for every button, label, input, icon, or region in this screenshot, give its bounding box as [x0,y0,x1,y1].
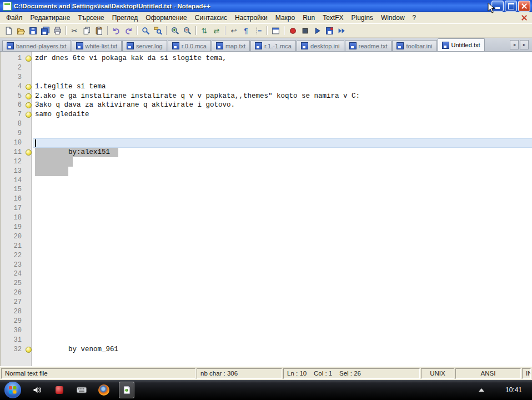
line-number[interactable]: 7 [1,110,24,119]
tab-banned-players.txt[interactable]: banned-players.txt [2,40,71,51]
tab-r.1.-1.mca[interactable]: r.1.-1.mca [250,40,296,51]
line-number[interactable]: 12 [1,157,24,167]
bookmark-margin[interactable] [24,129,33,138]
tab-readme.txt[interactable]: readme.txt [345,40,392,51]
tab-white-list.txt[interactable]: white-list.txt [72,40,122,51]
cut-icon[interactable]: ✂ [69,25,80,36]
line-text[interactable] [33,176,532,186]
line-text[interactable] [33,317,532,326]
menu-item-файл[interactable]: Файл [2,13,27,23]
line-text[interactable]: 1.teglite si tema [33,82,532,92]
run-macro-multi-icon[interactable] [336,25,347,36]
line-number[interactable]: 25 [1,279,24,288]
line-number[interactable]: 9 [1,129,24,138]
print-icon[interactable] [52,25,63,36]
bookmark-margin[interactable] [24,261,33,270]
line-number[interactable]: 29 [1,317,24,326]
line-number[interactable]: 14 [1,176,24,186]
close-document-button[interactable] [520,13,529,22]
tab-scroll-right-button[interactable]: ► [520,40,529,49]
bookmark-margin[interactable] [24,92,33,101]
line-text[interactable]: zdr dnes 6te vi pokaga kak da si slogite… [33,54,532,63]
menu-item-настройки[interactable]: Настройки [231,13,272,23]
line-text[interactable]: 3ako q dava za aktivirane q aktivirate i… [33,101,532,110]
line-text[interactable] [33,138,532,148]
bookmark-margin[interactable] [24,110,33,119]
line-number[interactable]: 15 [1,185,24,194]
red-app-taskbar-icon[interactable] [52,382,67,398]
bookmark-margin[interactable] [24,345,33,354]
menu-item-синтаксис[interactable]: Синтаксис [191,13,231,23]
line-number[interactable]: 2 [1,63,24,73]
line-text[interactable] [33,194,532,204]
bookmark-margin[interactable] [24,213,33,223]
titlebar[interactable]: C:\Documents and Settings\isai\Desktop\U… [0,0,532,12]
line-number[interactable]: 3 [1,73,24,82]
tab-Untitled.txt[interactable]: Untitled.txt [438,38,485,51]
line-text[interactable] [33,326,532,336]
line-text[interactable] [33,223,532,232]
line-text[interactable] [33,204,532,213]
bookmark-margin[interactable] [24,63,33,73]
line-number[interactable]: 1 [1,54,24,63]
line-number[interactable]: 27 [1,298,24,307]
line-number[interactable]: 21 [1,242,24,251]
bookmark-margin[interactable] [24,279,33,288]
notepadpp-taskbar-icon[interactable] [119,382,134,398]
bookmark-margin[interactable] [24,298,33,307]
bookmark-margin[interactable] [24,185,33,194]
line-text[interactable] [33,213,532,223]
bookmark-margin[interactable] [24,242,33,251]
bookmark-margin[interactable] [24,269,33,279]
line-number[interactable]: 17 [1,204,24,213]
menu-item-window[interactable]: Window [377,13,409,23]
bookmark-margin[interactable] [24,54,33,63]
bookmark-margin[interactable] [24,194,33,204]
menu-item-редактиране[interactable]: Редактиране [27,13,74,23]
undo-icon[interactable] [111,25,122,36]
line-text[interactable] [33,157,532,167]
save-macro-icon[interactable] [324,25,335,36]
line-number[interactable]: 8 [1,119,24,129]
sync-v-icon[interactable]: ⇅ [199,25,210,36]
bookmark-margin[interactable] [24,307,33,317]
line-text[interactable] [33,288,532,298]
line-number[interactable]: 32 [1,345,24,354]
bookmark-margin[interactable] [24,288,33,298]
keyboard-taskbar-icon[interactable] [74,382,89,398]
bookmark-margin[interactable] [24,223,33,232]
bookmark-margin[interactable] [24,101,33,110]
zoom-out-icon[interactable] [182,25,193,36]
line-number[interactable]: 10 [1,138,24,148]
line-text[interactable] [33,63,532,73]
line-text[interactable] [33,242,532,251]
bookmark-margin[interactable] [24,138,33,148]
line-text[interactable]: by:alex151 [33,148,532,157]
minimize-button[interactable] [491,1,504,12]
indent-guide-icon[interactable] [253,25,264,36]
line-number[interactable]: 6 [1,101,24,110]
show-all-chars-icon[interactable]: ¶ [240,25,252,36]
menu-item-plugins[interactable]: Plugins [348,13,377,23]
open-icon[interactable] [15,25,26,36]
maximize-button[interactable] [505,1,517,12]
close-button[interactable] [518,1,530,12]
line-text[interactable] [33,185,532,194]
copy-icon[interactable] [81,25,92,36]
tab-scroll-left-button[interactable]: ◄ [510,40,519,49]
tab-toolbar.ini[interactable]: toolbar.ini [392,40,436,51]
menu-item-?[interactable]: ? [409,13,420,23]
line-text[interactable] [33,336,532,345]
line-text[interactable] [33,232,532,242]
tray-expand-icon[interactable] [479,388,484,392]
volume-taskbar-icon[interactable] [30,382,44,398]
line-number[interactable]: 20 [1,232,24,242]
bookmark-margin[interactable] [24,326,33,336]
line-text[interactable]: samo gledaite [33,110,532,119]
bookmark-margin[interactable] [24,157,33,167]
line-text[interactable]: 2.ako e ga instalirane instalirate q v v… [33,92,532,101]
line-text[interactable] [33,307,532,317]
line-number[interactable]: 31 [1,336,24,345]
stop-macro-icon[interactable] [299,25,310,36]
start-button[interactable] [4,382,21,398]
